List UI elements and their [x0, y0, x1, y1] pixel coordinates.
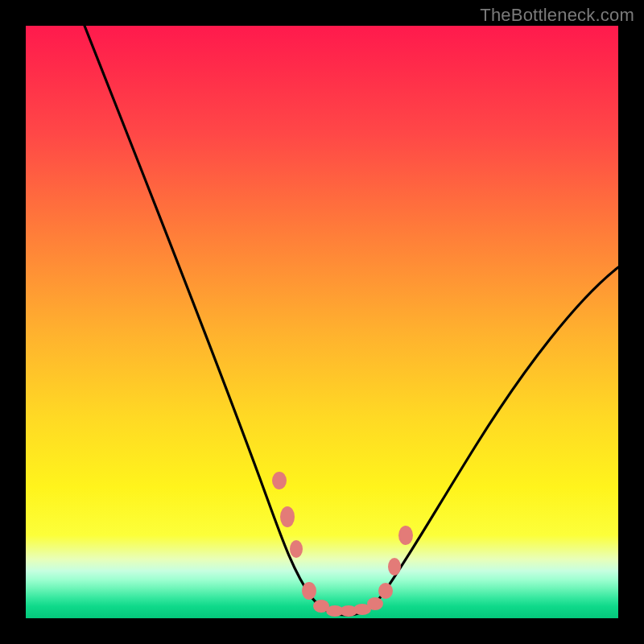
bottleneck-curve	[85, 26, 618, 615]
marker-dot	[272, 472, 287, 489]
marker-dot	[378, 583, 393, 599]
curve-layer	[26, 26, 618, 618]
marker-dot	[367, 597, 383, 610]
marker-dot	[302, 582, 316, 600]
marker-dot	[290, 540, 303, 558]
marker-dot	[280, 506, 295, 527]
chart-frame: TheBottleneck.com	[0, 0, 644, 644]
marker-group	[272, 472, 413, 617]
marker-dot	[388, 558, 401, 576]
marker-dot	[398, 526, 413, 545]
watermark-text: TheBottleneck.com	[480, 5, 634, 26]
plot-area	[26, 26, 618, 618]
